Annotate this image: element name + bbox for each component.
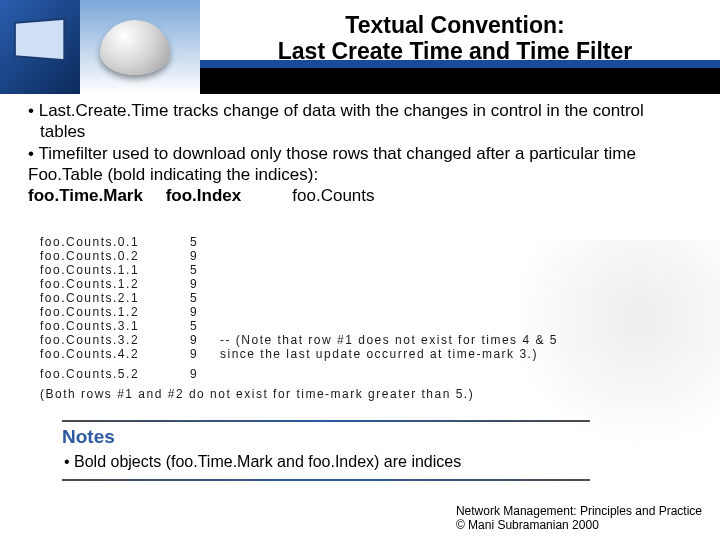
table-row: foo.Counts.3.15	[40, 319, 700, 333]
col-counts: foo.Counts	[292, 186, 374, 205]
footer-line-2: © Mani Subramanian 2000	[456, 518, 702, 532]
notes-rule-bottom	[62, 479, 590, 481]
notes-section: Notes Bold objects (foo.Time.Mark and fo…	[62, 416, 590, 485]
notes-heading: Notes	[62, 426, 590, 448]
footer-line-1: Network Management: Principles and Pract…	[456, 504, 702, 518]
data-table: foo.Counts.0.15 foo.Counts.0.29 foo.Coun…	[40, 235, 700, 401]
mouse-icon	[80, 0, 200, 94]
table-row: foo.Counts.2.15	[40, 291, 700, 305]
header-band: Textual Convention: Last Create Time and…	[0, 0, 720, 100]
table-row: foo.Counts.0.15	[40, 235, 700, 249]
laptop-icon	[0, 0, 80, 94]
table-row: foo.Counts.3.29-- (Note that row #1 does…	[40, 333, 700, 347]
table-row: foo.Counts.4.29 since the last update oc…	[40, 347, 700, 361]
table-row: foo.Counts.1.29	[40, 277, 700, 291]
notes-body: Bold objects (foo.Time.Mark and foo.Inde…	[62, 452, 590, 471]
footer: Network Management: Principles and Pract…	[456, 504, 702, 532]
table-row: foo.Counts.1.15	[40, 263, 700, 277]
table-row: foo.Counts.0.29	[40, 249, 700, 263]
bullet-item: Last.Create.Time tracks change of data w…	[28, 100, 692, 143]
col-index: foo.Index	[166, 186, 242, 205]
main-content: Last.Create.Time tracks change of data w…	[28, 100, 692, 206]
col-timemark: foo.Time.Mark	[28, 186, 143, 205]
paren-note: (Both rows #1 and #2 do not exist for ti…	[40, 387, 700, 401]
table-row: foo.Counts.5.29	[40, 367, 700, 381]
title-line-2: Last Create Time and Time Filter	[210, 38, 700, 64]
table-row: foo.Counts.1.29	[40, 305, 700, 319]
notes-rule-top	[62, 420, 590, 422]
column-headers: foo.Time.Mark foo.Index foo.Counts	[28, 185, 692, 206]
title-line-1: Textual Convention:	[210, 12, 700, 38]
bullet-item: Timefilter used to download only those r…	[28, 143, 692, 164]
slide-title: Textual Convention: Last Create Time and…	[210, 12, 700, 65]
table-intro: Foo.Table (bold indicating the indices):	[28, 164, 692, 185]
header-art	[0, 0, 200, 94]
